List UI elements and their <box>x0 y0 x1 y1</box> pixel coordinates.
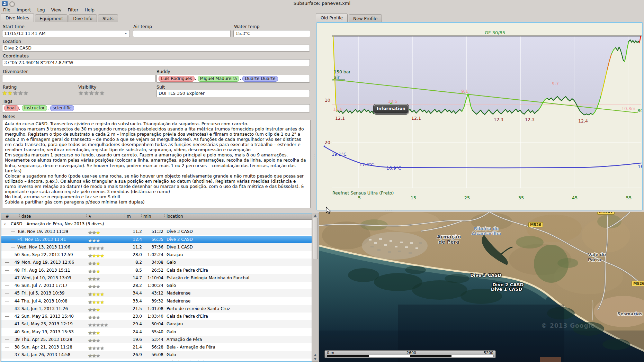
menu-item-help[interactable]: Help <box>81 7 98 13</box>
notes-textarea[interactable]: Aula do curso CASD. Transectos c/video e… <box>2 120 311 208</box>
col-location[interactable]: location <box>167 214 183 219</box>
pill-luís-rodrigues[interactable]: Luís Rodrigues <box>159 76 195 82</box>
tab-new-profile[interactable]: New Profile <box>349 14 382 22</box>
location-field[interactable]: Dive 2 CASD <box>2 45 310 52</box>
dive-location: Garajau <box>167 322 183 326</box>
collapse-arrow-icon[interactable]: ⌄ <box>3 221 7 226</box>
dive-location: Dive 1 CASD <box>167 245 193 250</box>
table-row[interactable]: 37Sat, Jan 26, 2013 14:58★★★★★26.956:08G… <box>1 351 312 359</box>
table-row[interactable]: 42Sun, May 26, 2013 15:40★★★★★23.01:03:4… <box>1 313 312 320</box>
table-row[interactable]: 36Sun, Jan 20, 2013 12:33★★★★★21.758:36C… <box>1 359 312 362</box>
tab-dive-info[interactable]: Dive Info <box>69 14 97 22</box>
table-row[interactable]: 41Sat, May 25, 2013 12:19★★★★★29.450:04G… <box>1 320 312 328</box>
tab-old-profile[interactable]: Old Profile <box>316 13 348 22</box>
pill-scientific[interactable]: scientific <box>50 105 74 111</box>
dive-depth: 11.2 <box>121 229 142 234</box>
dive-duration: 58:36 <box>139 360 163 362</box>
dive-duration: 56:08 <box>139 352 163 357</box>
visibility-stars[interactable]: ★★★★★ <box>78 90 105 96</box>
tab-stats[interactable]: Stats <box>98 14 118 22</box>
dive-date: Wed, Jul 10, 2013 13:09 <box>21 275 71 280</box>
table-row[interactable]: 43Sat, Jun 1, 2013 11:26★★★★★21.51:01:08… <box>1 305 312 313</box>
dive-list: # date ★ m min location ⌄CASD - Armação … <box>1 213 312 362</box>
dive-number: 49 <box>5 260 20 265</box>
dive-site-marker-label[interactable]: Dive 1 CASD <box>491 287 522 292</box>
mean-depth-right-label: 10.8m <box>621 106 635 111</box>
table-row[interactable]: 47Wed, Jul 10, 2013 13:09★★★★★14.71:10:0… <box>1 274 312 282</box>
dive-date: Fri, Jul 5, 2013 10:39 <box>21 291 64 296</box>
dive-location: Cais da Pedra d'Eira <box>167 314 208 319</box>
start-time-combobox[interactable]: 11/15/13 11:41 AM ⌄ <box>2 30 130 37</box>
menu-item-log[interactable]: Log <box>34 7 48 13</box>
col-depth[interactable]: m <box>127 214 131 219</box>
buddy-field[interactable]: Luís Rodrigues,Miguel Madureira,Duarte D… <box>156 75 310 83</box>
dive-location: Galo <box>167 260 176 265</box>
dive-location: Garajau <box>167 252 183 257</box>
pill-duarte-duarte[interactable]: Duarte Duarte <box>242 76 278 82</box>
table-row[interactable]: 40Sun, May 19, 2013 15:53★★★★★24.455:40G… <box>1 328 312 336</box>
dive-date: Fri, Nov 15, 2013 11:41 <box>17 237 66 242</box>
pill-instructor[interactable]: instructor <box>22 105 47 111</box>
dive-date: Sun, Apr 21, 2013 11:28 <box>21 345 72 350</box>
pill-boat[interactable]: boat <box>4 105 19 111</box>
dive-site-map[interactable]: Armaçãode Pêra Ribeira deAlcantarilha Di… <box>319 212 644 362</box>
menu-item-filter[interactable]: Filter <box>64 7 81 13</box>
tags-field[interactable]: boat,instructor,scientific <box>2 104 310 112</box>
dive-location: Porto de recreio de Santa Cruz <box>167 306 230 311</box>
information-button[interactable]: Information <box>374 104 409 114</box>
pill-separator: , <box>240 76 241 81</box>
table-row[interactable]: 44Thu, Jul 4, 2013 10:08★★★★★33.439:32Ma… <box>1 297 312 305</box>
table-row[interactable]: Fri, Nov 15, 2013 11:41★★★★★12.456:35Div… <box>1 236 312 243</box>
dive-number: 41 <box>5 322 20 326</box>
time-tick-label: 45 <box>568 195 582 200</box>
star-empty-icon: ★★★★★ <box>78 90 105 97</box>
suit-field[interactable]: DUI TLS 350 Explorer <box>156 90 310 97</box>
tab-dive-notes[interactable]: Dive Notes <box>1 13 34 22</box>
scroll-up-icon[interactable]: ▲ <box>312 353 319 357</box>
dive-duration: 56:35 <box>139 237 163 242</box>
dive-date: Sun, May 19, 2013 15:53 <box>21 329 74 334</box>
pill-miguel-madureira[interactable]: Miguel Madureira <box>198 76 240 82</box>
water-temp-field[interactable]: 15.3°C <box>233 30 310 37</box>
table-row[interactable]: 39Thu, Apr 25, 2013 10:28★★★★★19.653:44A… <box>1 336 312 343</box>
air-temp-field[interactable] <box>133 30 231 37</box>
table-row[interactable]: 48Fri, Aug 16, 2013 15:11★★★★★8.526:52Ca… <box>1 266 312 274</box>
dive-site-marker-label[interactable]: Dive 3 CASD <box>470 273 501 278</box>
menu-item-file[interactable]: File <box>0 7 14 13</box>
tab-equipment[interactable]: Equipment <box>35 14 68 22</box>
horizontal-splitter-handle[interactable]: ···· <box>170 208 178 212</box>
rating-stars[interactable]: ★★★★★ <box>2 90 28 96</box>
table-row[interactable]: 49Mon, Aug 19, 2013 12:06★★★★★8.234:08Ga… <box>1 259 312 266</box>
table-row[interactable]: 45Fri, Jul 5, 2013 10:39★★★★★34.443:12Ma… <box>1 289 312 297</box>
menu-item-import[interactable]: Import <box>14 7 34 13</box>
coordinates-field[interactable]: 37°05'23.460"N 8°20'47.879"W <box>2 59 310 66</box>
col-duration[interactable]: min <box>143 214 151 219</box>
dive-location: Bela - Armação de Pêra <box>167 345 215 350</box>
dive-number: 44 <box>5 299 20 304</box>
divemaster-field[interactable] <box>2 75 155 82</box>
dive-group-row[interactable]: ⌄CASD - Armação de Pêra, Nov 2013 (3 div… <box>1 220 312 228</box>
menu-item-view[interactable]: View <box>48 7 65 13</box>
dive-list-scrollbar[interactable]: ▲ ▲ ▼ <box>312 213 319 362</box>
tree-stub <box>11 239 15 240</box>
col-rating[interactable]: ★ <box>88 214 92 219</box>
scrollbar-thumb[interactable] <box>313 218 318 259</box>
table-row[interactable]: Wed, Nov 13, 2013 11:06★★★★★11.237:36Div… <box>1 243 312 251</box>
dive-computer-label: Reefnet Sensus Ultra (Preto) <box>332 190 394 196</box>
tags-label: Tags <box>3 99 12 104</box>
dive-duration: 43:12 <box>139 291 163 296</box>
dive-list-header[interactable]: # date ★ m min location <box>1 214 312 220</box>
table-row[interactable]: 38Sun, Apr 21, 2013 11:28★★★★★21.456:28B… <box>1 343 312 351</box>
table-row[interactable]: Tue, Nov 19, 2013 11:39★★★★★11.251:32Div… <box>1 228 312 235</box>
chevron-down-icon[interactable]: ⌄ <box>124 30 127 35</box>
vertical-splitter-handle[interactable]: ···· <box>312 154 316 161</box>
star-empty-icon: ★★★ <box>88 353 100 359</box>
pill-separator: , <box>19 105 20 110</box>
scroll-down-icon[interactable]: ▼ <box>312 357 319 361</box>
table-row[interactable]: 46Sun, Jul 7, 2013 17:17★★★★★28.21:00:24… <box>1 282 312 289</box>
dive-depth: 21.5 <box>121 306 142 311</box>
col-number[interactable]: # <box>6 214 9 219</box>
col-date[interactable]: date <box>21 214 31 219</box>
table-row[interactable]: 50Sun, Sep 22, 2013 12:59★★★★★28.01:02:2… <box>1 251 312 259</box>
scroll-up-icon[interactable]: ▲ <box>312 214 319 217</box>
